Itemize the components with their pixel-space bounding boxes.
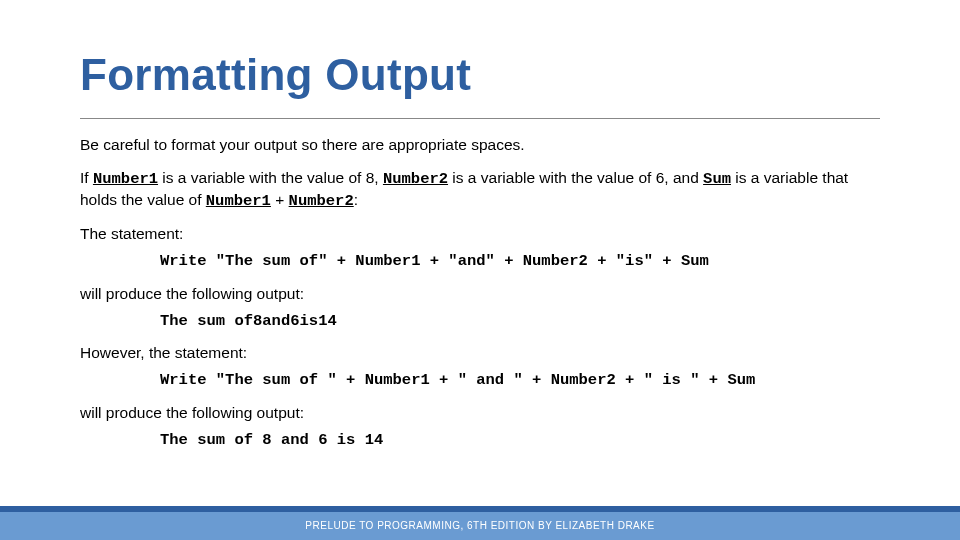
produce-label-1: will produce the following output: xyxy=(80,284,880,305)
slide-title: Formatting Output xyxy=(80,50,880,100)
footer-text: PRELUDE TO PROGRAMMING, 6TH EDITION BY E… xyxy=(0,512,960,540)
footer-band: PRELUDE TO PROGRAMMING, 6TH EDITION BY E… xyxy=(0,506,960,540)
code-line-2: Write "The sum of " + Number1 + " and " … xyxy=(80,370,880,391)
output-line-1: The sum of8and6is14 xyxy=(80,311,880,332)
text-part: If xyxy=(80,169,93,186)
intro-text: Be careful to format your output so ther… xyxy=(80,135,880,156)
text-part: is a variable with the value of 6, and xyxy=(448,169,703,186)
var-sum: Sum xyxy=(703,170,731,188)
statement-label-1: The statement: xyxy=(80,224,880,245)
var-number2: Number2 xyxy=(383,170,448,188)
slide: Formatting Output Be careful to format y… xyxy=(0,0,960,540)
var-number1-b: Number1 xyxy=(206,192,271,210)
var-number1: Number1 xyxy=(93,170,158,188)
text-part: : xyxy=(354,191,358,208)
text-part: + xyxy=(271,191,289,208)
text-part: is a variable with the value of 8, xyxy=(158,169,383,186)
code-line-1: Write "The sum of" + Number1 + "and" + N… xyxy=(80,251,880,272)
title-divider xyxy=(80,118,880,119)
produce-label-2: will produce the following output: xyxy=(80,403,880,424)
variables-description: If Number1 is a variable with the value … xyxy=(80,168,880,212)
however-label: However, the statement: xyxy=(80,343,880,364)
output-line-2: The sum of 8 and 6 is 14 xyxy=(80,430,880,451)
var-number2-b: Number2 xyxy=(289,192,354,210)
